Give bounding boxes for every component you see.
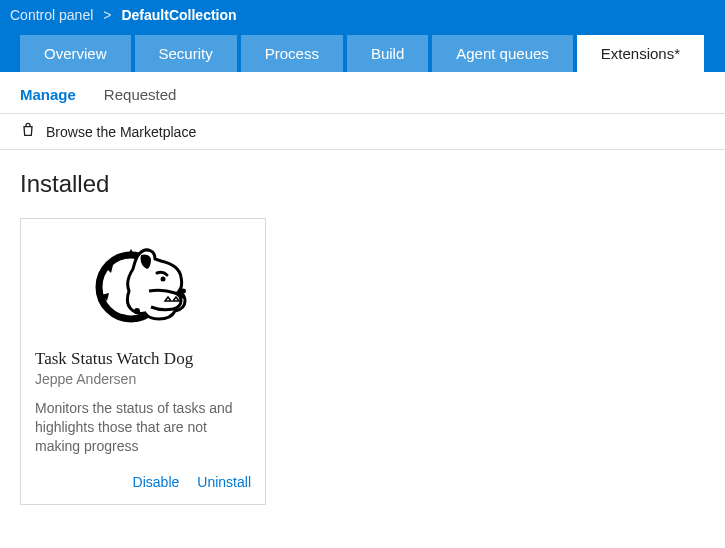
svg-point-11 bbox=[134, 308, 140, 314]
tab-extensions[interactable]: Extensions* bbox=[577, 35, 704, 72]
section-title-installed: Installed bbox=[20, 170, 705, 198]
divider bbox=[0, 149, 725, 150]
breadcrumb-root-link[interactable]: Control panel bbox=[10, 7, 93, 23]
tab-overview[interactable]: Overview bbox=[20, 35, 131, 72]
tab-security[interactable]: Security bbox=[135, 35, 237, 72]
breadcrumb-separator: > bbox=[103, 7, 111, 23]
extension-card: Task Status Watch Dog Jeppe Andersen Mon… bbox=[20, 218, 266, 505]
extension-author: Jeppe Andersen bbox=[35, 371, 251, 387]
uninstall-button[interactable]: Uninstall bbox=[197, 474, 251, 490]
subtab-manage[interactable]: Manage bbox=[20, 86, 76, 103]
shopping-bag-icon bbox=[20, 122, 36, 141]
breadcrumb-current: DefaultCollection bbox=[121, 7, 236, 23]
extension-description: Monitors the status of tasks and highlig… bbox=[35, 399, 251, 456]
main-tabs: Overview Security Process Build Agent qu… bbox=[0, 30, 725, 72]
breadcrumb: Control panel > DefaultCollection bbox=[0, 0, 725, 30]
browse-marketplace-link[interactable]: Browse the Marketplace bbox=[0, 114, 725, 149]
extension-actions: Disable Uninstall bbox=[35, 474, 251, 490]
extension-logo bbox=[35, 237, 251, 333]
disable-button[interactable]: Disable bbox=[133, 474, 180, 490]
extension-cards: Task Status Watch Dog Jeppe Andersen Mon… bbox=[0, 218, 725, 525]
extension-title: Task Status Watch Dog bbox=[35, 349, 251, 369]
browse-marketplace-label: Browse the Marketplace bbox=[46, 124, 196, 140]
tab-agent-queues[interactable]: Agent queues bbox=[432, 35, 573, 72]
svg-point-7 bbox=[161, 277, 166, 282]
tab-process[interactable]: Process bbox=[241, 35, 343, 72]
subtab-requested[interactable]: Requested bbox=[104, 86, 177, 103]
svg-point-8 bbox=[180, 289, 186, 294]
sub-tabs: Manage Requested bbox=[0, 72, 725, 113]
tab-build[interactable]: Build bbox=[347, 35, 428, 72]
